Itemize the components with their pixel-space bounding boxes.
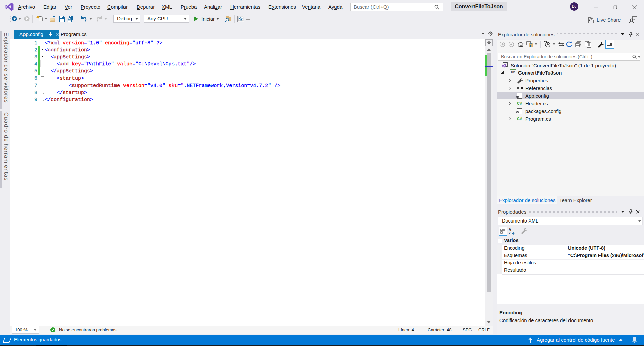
svg-text:A: A (509, 228, 511, 231)
svg-text:Z: Z (509, 231, 511, 235)
